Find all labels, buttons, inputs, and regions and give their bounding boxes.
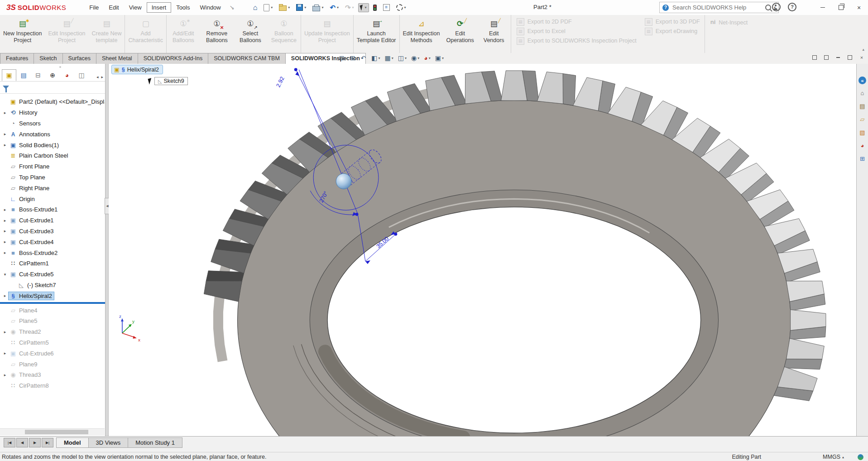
tree-item-sensors[interactable]: Sensors	[0, 118, 105, 129]
rollback-bar[interactable]	[0, 302, 105, 304]
scrollbar-thumb[interactable]	[25, 430, 88, 434]
helix-start-sphere[interactable]	[336, 173, 351, 189]
doc-restore-button[interactable]	[846, 54, 854, 61]
tree-item-cirpattern8[interactable]: CirPattern8	[0, 380, 105, 391]
graphics-area[interactable]: 2.92 270° 35.00 z y x	[109, 64, 856, 436]
tree-item-annotations[interactable]: ▸ Annotations	[0, 129, 105, 139]
tab-solidworks-add-ins[interactable]: SOLIDWORKS Add-Ins	[138, 53, 209, 64]
menu-view[interactable]: View	[124, 2, 147, 13]
expand-arrow-icon[interactable]: ▸	[2, 250, 8, 255]
edit-operations-button[interactable]: Edit Operations	[443, 15, 477, 53]
menu-tools[interactable]: Tools	[171, 2, 195, 13]
expand-arrow-icon[interactable]: ▸	[2, 351, 8, 355]
first-tab-button[interactable]: |◀	[4, 438, 15, 447]
restore-button[interactable]	[832, 0, 850, 15]
tree-item-part2-root[interactable]: Part2 (Default) <<Default>_Display S	[0, 96, 105, 107]
launch-template-editor-button[interactable]: Launch Template Editor	[353, 15, 399, 53]
view-palette-tab[interactable]: ▧	[858, 128, 867, 137]
tree-item-cut-extrude1[interactable]: ▸ Cut-Extrude1	[0, 215, 105, 226]
expand-arrow-icon[interactable]: ▸	[2, 110, 8, 115]
expand-arrow-icon[interactable]: ▸	[2, 132, 8, 136]
pin-icon[interactable]: ⊸	[228, 3, 236, 11]
search-icon[interactable]	[765, 5, 771, 10]
select-balloons-button[interactable]: Select Balloons	[234, 15, 267, 53]
gear-model[interactable]: 2.92 270° 35.00 z y x	[109, 64, 856, 436]
open-button[interactable]: ▾	[277, 2, 292, 13]
last-tab-button[interactable]: ▶|	[42, 438, 53, 447]
file-explorer-tab[interactable]: ▱	[858, 115, 867, 124]
expand-arrow-icon[interactable]: ▸	[2, 207, 8, 212]
tree-item-helix-spiral2[interactable]: ▸ Helix/Spiral2	[0, 290, 105, 301]
tree-item-front-plane[interactable]: Front Plane	[0, 161, 105, 172]
breadcrumb[interactable]: ▣ § Helix/Spiral2	[111, 65, 163, 74]
hide-show-items-button[interactable]: ◉ ▾	[409, 53, 421, 62]
scroll-left-icon[interactable]: ◂	[96, 73, 100, 81]
tree-filter-row[interactable]	[0, 82, 105, 94]
undo-button[interactable]: ↶▾	[327, 3, 341, 12]
tree-item-thread2[interactable]: ▸ Thread2	[0, 327, 105, 337]
tree-item-material[interactable]: Plain Carbon Steel	[0, 150, 105, 161]
tree-item-cut-extrude4[interactable]: ▸ Cut-Extrude4	[0, 236, 105, 247]
expand-arrow-icon[interactable]: ▸	[2, 293, 8, 298]
tree-item-boss-extrude1[interactable]: ▸ Boss-Extrude1	[0, 204, 105, 215]
display-manager-tab[interactable]: ◕	[60, 69, 74, 81]
expand-arrow-icon[interactable]: ▸	[2, 143, 8, 147]
pane-left-icon[interactable]	[811, 54, 818, 61]
tree-item-plane9[interactable]: Plane9	[0, 359, 105, 370]
chevron-down-icon[interactable]: ▾	[288, 5, 290, 10]
tree-item-plane5[interactable]: Plane5	[0, 316, 105, 327]
tree-item-origin[interactable]: Origin	[0, 193, 105, 204]
help-search-box[interactable]: ? ▾	[659, 2, 779, 13]
tab-features[interactable]: Features	[0, 53, 34, 64]
tab-surfaces[interactable]: Surfaces	[62, 53, 96, 64]
file-properties-button[interactable]: ≡	[381, 2, 392, 13]
menu-file[interactable]: File	[84, 2, 104, 13]
panel-splitter[interactable]: ◀	[106, 64, 109, 436]
pane-right-icon[interactable]	[823, 54, 830, 61]
display-style-button[interactable]: ◫ ▾	[396, 53, 408, 62]
property-manager-tab[interactable]: ▤	[16, 69, 31, 81]
options-button[interactable]: ▾	[394, 2, 408, 13]
tree-item-solid-bodies[interactable]: ▸ Solid Bodies(1)	[0, 139, 105, 150]
tree-item-cut-extrude5[interactable]: ▾ Cut-Extrude5	[0, 269, 105, 280]
menu-insert[interactable]: Insert	[147, 2, 172, 13]
tree-item-history[interactable]: ▸ History	[0, 107, 105, 118]
user-account-icon[interactable]	[772, 3, 781, 11]
update-inspection-project-button[interactable]: Update Inspection Project	[301, 15, 353, 53]
pane-split-tab[interactable]: ◫	[74, 69, 89, 81]
edit-inspection-project-button[interactable]: Edit Inspection Project	[45, 15, 88, 53]
tab-sketch[interactable]: Sketch	[34, 53, 62, 64]
doc-close-button[interactable]: ×	[858, 54, 865, 61]
chevron-down-icon[interactable]: ▾	[321, 5, 323, 10]
chevron-down-icon[interactable]: ▾	[271, 5, 273, 10]
motion-study-tab[interactable]: Motion Study 1	[128, 437, 182, 448]
create-new-template-button[interactable]: Create New template	[88, 15, 125, 53]
tree-item-cirpattern5[interactable]: CirPattern5	[0, 337, 105, 348]
edit-inspection-methods-button[interactable]: Edit Inspection Methods	[399, 15, 443, 53]
tree-item-sketch7[interactable]: (-) Sketch7	[0, 280, 105, 291]
close-button[interactable]: ×	[850, 0, 868, 15]
rebuild-button[interactable]	[371, 3, 379, 13]
status-globe-icon[interactable]	[858, 454, 863, 460]
tree-horizontal-scrollbar[interactable]	[0, 428, 105, 435]
expand-arrow-icon[interactable]: ▸	[2, 373, 8, 377]
units-selector[interactable]: MMGS ▴	[823, 454, 844, 460]
new-inspection-project-button[interactable]: New Inspection Project	[0, 15, 45, 53]
zoom-to-area-button[interactable]: ⊞	[348, 53, 358, 62]
help-icon[interactable]: ?	[788, 3, 796, 11]
expand-arrow-icon[interactable]: ▸	[2, 218, 8, 223]
expand-arrow-icon[interactable]: ▸	[2, 330, 8, 334]
save-button[interactable]: ▾	[294, 2, 308, 13]
print-button[interactable]: ▾	[310, 2, 326, 13]
minimize-button[interactable]	[814, 0, 832, 15]
previous-view-button[interactable]: ↶	[359, 53, 369, 62]
expand-arrow-icon[interactable]: ▸	[2, 240, 8, 244]
view-orientation-button[interactable]: ▦ ▾	[383, 53, 395, 62]
tree-item-boss-extrude2[interactable]: ▸ Boss-Extrude2	[0, 247, 105, 258]
tree-item-cut-extrude6[interactable]: ▸ Cut-Extrude6	[0, 348, 105, 359]
sketch-callout[interactable]: ◺Sketch9	[149, 77, 188, 85]
configuration-manager-tab[interactable]: ⊟	[31, 69, 45, 81]
doc-minimize-button[interactable]	[834, 54, 842, 61]
chevron-down-icon[interactable]: ▾	[337, 5, 339, 10]
ribbon-collapse-arrow[interactable]: ▴	[862, 47, 864, 52]
